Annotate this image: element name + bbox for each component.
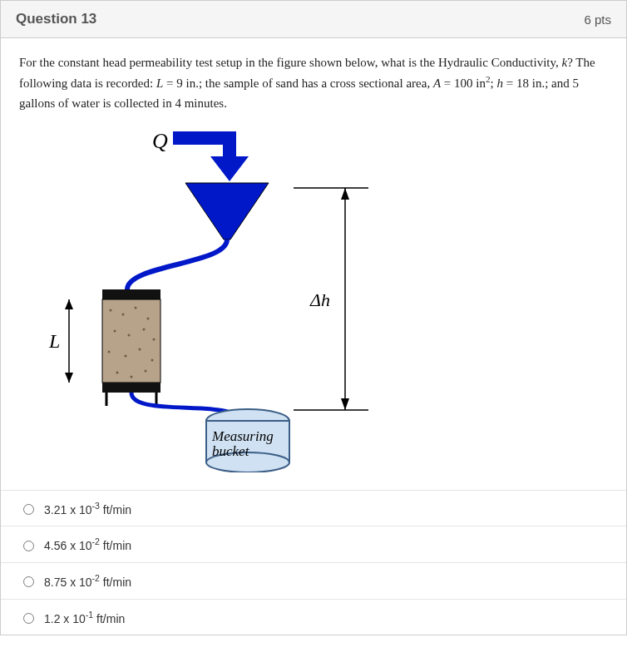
- svg-point-4: [114, 329, 116, 332]
- label-L: L: [48, 330, 60, 352]
- question-prompt: For the constant head permeability test …: [19, 53, 608, 113]
- inflow-pipe-down: [223, 131, 236, 156]
- sand-sample: [102, 299, 160, 383]
- answer-label: 1.2 x 10-1 ft/min: [44, 610, 125, 625]
- svg-point-1: [122, 313, 125, 315]
- answer-option[interactable]: 1.2 x 10-1 ft/min: [1, 600, 626, 635]
- sample-top-plate: [102, 289, 160, 299]
- answer-post: ft/min: [100, 576, 131, 589]
- svg-point-8: [108, 350, 111, 353]
- prompt-text: = 100 in: [441, 77, 486, 90]
- question-container: Question 13 6 pts For the constant head …: [0, 0, 627, 635]
- svg-point-12: [116, 371, 119, 373]
- svg-point-14: [145, 369, 147, 372]
- answer-pre: 8.75 x 10: [44, 576, 92, 589]
- label-Q: Q: [152, 129, 168, 153]
- svg-point-7: [153, 338, 156, 340]
- answer-pre: 1.2 x 10: [44, 611, 86, 625]
- svg-point-0: [110, 309, 112, 311]
- prompt-text: = 9 in.; the sample of sand has a cross …: [163, 77, 433, 90]
- answer-option[interactable]: 8.75 x 10-2 ft/min: [1, 563, 626, 600]
- svg-point-10: [139, 348, 141, 350]
- prompt-var-h: h: [497, 77, 504, 90]
- answer-post: ft/min: [100, 539, 131, 552]
- svg-point-11: [151, 358, 154, 361]
- svg-point-5: [128, 334, 131, 336]
- answer-list: 3.21 x 10-3 ft/min 4.56 x 10-2 ft/min 8.…: [1, 490, 626, 635]
- label-bucket-2: bucket: [212, 443, 250, 459]
- svg-point-9: [125, 354, 127, 357]
- answer-radio[interactable]: [23, 613, 34, 624]
- inflow-pipe: [173, 131, 231, 145]
- answer-exp: -1: [86, 610, 93, 620]
- inflow-arrowhead: [210, 156, 249, 181]
- answer-post: ft/min: [100, 502, 131, 516]
- svg-point-13: [131, 375, 133, 378]
- dim-L-arrowdn: [65, 373, 73, 383]
- question-title: Question 13: [16, 11, 96, 27]
- answer-label: 8.75 x 10-2 ft/min: [44, 573, 131, 589]
- answer-exp: -3: [92, 501, 100, 511]
- answer-option[interactable]: 3.21 x 10-3 ft/min: [1, 491, 626, 527]
- answer-pre: 3.21 x 10: [44, 502, 92, 516]
- tube-top: [127, 240, 227, 289]
- dim-L-arrowup: [65, 299, 73, 309]
- question-header: Question 13 6 pts: [1, 1, 626, 38]
- answer-post: ft/min: [93, 611, 125, 625]
- answer-radio[interactable]: [23, 576, 34, 587]
- label-bucket-1: Measuring: [211, 428, 274, 444]
- question-points: 6 pts: [584, 12, 611, 27]
- figure: Q: [19, 123, 608, 475]
- answer-exp: -2: [92, 536, 100, 546]
- prompt-text: ;: [491, 77, 497, 90]
- answer-label: 3.21 x 10-3 ft/min: [44, 501, 131, 516]
- question-body: For the constant head permeability test …: [1, 38, 626, 490]
- funnel: [185, 183, 269, 240]
- answer-radio[interactable]: [23, 504, 34, 515]
- answer-label: 4.56 x 10-2 ft/min: [44, 536, 131, 552]
- prompt-text: For the constant head permeability test …: [19, 56, 562, 69]
- prompt-var-A: A: [433, 77, 441, 90]
- label-dh: Δh: [309, 289, 330, 310]
- answer-option[interactable]: 4.56 x 10-2 ft/min: [1, 526, 626, 563]
- permeability-figure-svg: Q: [19, 123, 385, 472]
- svg-point-6: [143, 328, 146, 330]
- dim-dh-arrowdn: [341, 398, 349, 410]
- answer-pre: 4.56 x 10: [44, 539, 92, 552]
- sample-bottom-plate: [102, 383, 160, 393]
- dim-dh-arrowup: [341, 188, 349, 200]
- answer-radio[interactable]: [23, 541, 34, 551]
- svg-point-2: [135, 306, 137, 309]
- svg-point-3: [147, 317, 150, 319]
- answer-exp: -2: [92, 573, 100, 583]
